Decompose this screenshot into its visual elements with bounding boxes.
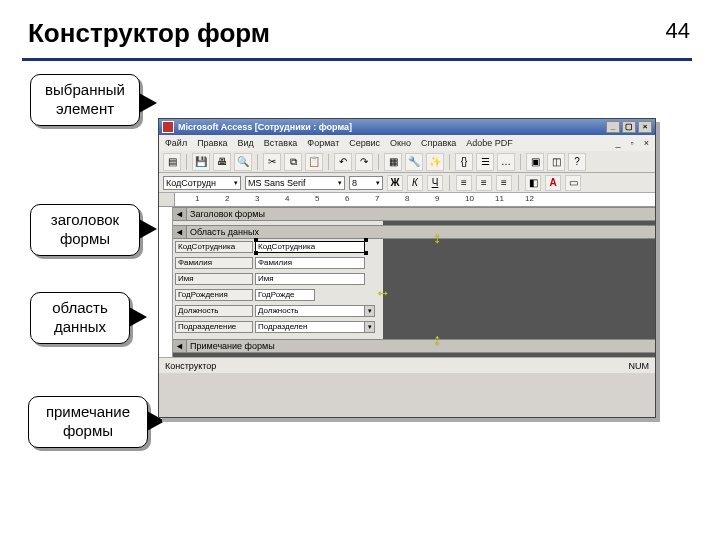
label-kodsotrudnika[interactable]: КодСотрудника (175, 241, 253, 253)
status-mode: Конструктор (165, 361, 216, 371)
menu-tools[interactable]: Сервис (349, 138, 380, 148)
window-title: Microsoft Access [Сотрудники : форма] (178, 122, 352, 132)
status-num: NUM (629, 361, 650, 371)
page-title: Конструктор форм (28, 18, 270, 49)
field-godrozhdeniya[interactable]: ГодРожде (255, 289, 315, 301)
callout-selected-element: выбранный элемент (30, 74, 140, 126)
menu-edit[interactable]: Правка (197, 138, 227, 148)
build-icon[interactable]: … (497, 153, 515, 171)
label-familiya[interactable]: Фамилия (175, 257, 253, 269)
access-window: Microsoft Access [Сотрудники : форма] _ … (158, 118, 656, 418)
italic-button[interactable]: К (407, 175, 423, 191)
title-rule (22, 58, 692, 61)
menu-help[interactable]: Справка (421, 138, 456, 148)
menu-format[interactable]: Формат (307, 138, 339, 148)
mdi-minimize-button[interactable]: _ (616, 138, 621, 148)
line-button[interactable]: ▭ (565, 175, 581, 191)
menu-adobe-pdf[interactable]: Adobe PDF (466, 138, 513, 148)
statusbar: Конструктор NUM (159, 357, 655, 373)
field-dolzhnost[interactable]: Должность (255, 305, 365, 317)
label-dolzhnost[interactable]: Должность (175, 305, 253, 317)
callout-form-header: заголовок формы (30, 204, 140, 256)
object-combo[interactable]: КодСотрудн▾ (163, 176, 241, 190)
chevron-down-icon[interactable]: ▾ (365, 321, 375, 333)
font-size-combo[interactable]: 8▾ (349, 176, 383, 190)
copy-icon[interactable]: ⧉ (284, 153, 302, 171)
toolbox-icon[interactable]: 🔧 (405, 153, 423, 171)
minimize-button[interactable]: _ (606, 121, 620, 133)
maximize-button[interactable]: ▢ (622, 121, 636, 133)
standard-toolbar: ▤ 💾 🖶 🔍 ✂ ⧉ 📋 ↶ ↷ ▦ 🔧 ✨ {} ☰ … ▣ ◫ ? (159, 151, 655, 173)
field-familiya[interactable]: Фамилия (255, 257, 365, 269)
chevron-down-icon[interactable]: ▾ (365, 305, 375, 317)
fill-color-button[interactable]: ◧ (525, 175, 541, 191)
bold-button[interactable]: Ж (387, 175, 403, 191)
chevron-down-icon: ▾ (234, 179, 238, 187)
horizontal-ruler: 1 2 3 4 5 6 7 8 9 10 11 12 (159, 193, 655, 207)
titlebar[interactable]: Microsoft Access [Сотрудники : форма] _ … (159, 119, 655, 135)
font-color-button[interactable]: А (545, 175, 561, 191)
resize-handle-right[interactable]: ↔ (375, 284, 391, 302)
new-object-icon[interactable]: ◫ (547, 153, 565, 171)
field-kodsotrudnika[interactable]: КодСотрудника (255, 241, 365, 253)
resize-handle-bottom[interactable]: ↕ (433, 331, 441, 349)
underline-button[interactable]: Ч (427, 175, 443, 191)
print-icon[interactable]: 🖶 (213, 153, 231, 171)
page-number: 44 (666, 18, 690, 44)
chevron-down-icon: ▾ (338, 179, 342, 187)
fieldlist-icon[interactable]: ▦ (384, 153, 402, 171)
properties-icon[interactable]: ☰ (476, 153, 494, 171)
cut-icon[interactable]: ✂ (263, 153, 281, 171)
undo-icon[interactable]: ↶ (334, 153, 352, 171)
field-imya[interactable]: Имя (255, 273, 365, 285)
close-button[interactable]: × (638, 121, 652, 133)
design-surface[interactable]: ◄Заголовок формы ◄Область данных КодСотр… (159, 207, 655, 357)
section-form-header[interactable]: ◄Заголовок формы (173, 207, 655, 221)
section-form-footer[interactable]: ◄Примечание формы (173, 339, 655, 353)
view-icon[interactable]: ▤ (163, 153, 181, 171)
save-icon[interactable]: 💾 (192, 153, 210, 171)
preview-icon[interactable]: 🔍 (234, 153, 252, 171)
app-icon (162, 121, 174, 133)
help-icon[interactable]: ? (568, 153, 586, 171)
menu-file[interactable]: Файл (165, 138, 187, 148)
align-center-button[interactable]: ≡ (476, 175, 492, 191)
resize-handle-top[interactable]: ↕ (433, 229, 441, 247)
callout-data-area: область данных (30, 292, 130, 344)
autofmt-icon[interactable]: ✨ (426, 153, 444, 171)
label-podrazdelenie[interactable]: Подразделение (175, 321, 253, 333)
menu-insert[interactable]: Вставка (264, 138, 297, 148)
label-godrozhdeniya[interactable]: ГодРождения (175, 289, 253, 301)
callout-form-footer: примечание формы (28, 396, 148, 448)
field-podrazdelenie[interactable]: Подразделен (255, 321, 365, 333)
section-detail[interactable]: ◄Область данных (173, 225, 655, 239)
formatting-toolbar: КодСотрудн▾ MS Sans Serif▾ 8▾ Ж К Ч ≡ ≡ … (159, 173, 655, 193)
menu-view[interactable]: Вид (238, 138, 254, 148)
db-window-icon[interactable]: ▣ (526, 153, 544, 171)
label-imya[interactable]: Имя (175, 273, 253, 285)
mdi-restore-button[interactable]: ▫ (631, 138, 634, 148)
mdi-close-button[interactable]: × (644, 138, 649, 148)
redo-icon[interactable]: ↷ (355, 153, 373, 171)
paste-icon[interactable]: 📋 (305, 153, 323, 171)
vertical-ruler (159, 207, 173, 357)
menu-window[interactable]: Окно (390, 138, 411, 148)
font-combo[interactable]: MS Sans Serif▾ (245, 176, 345, 190)
menubar: Файл Правка Вид Вставка Формат Сервис Ок… (159, 135, 655, 151)
chevron-down-icon: ▾ (376, 179, 380, 187)
align-right-button[interactable]: ≡ (496, 175, 512, 191)
code-icon[interactable]: {} (455, 153, 473, 171)
align-left-button[interactable]: ≡ (456, 175, 472, 191)
